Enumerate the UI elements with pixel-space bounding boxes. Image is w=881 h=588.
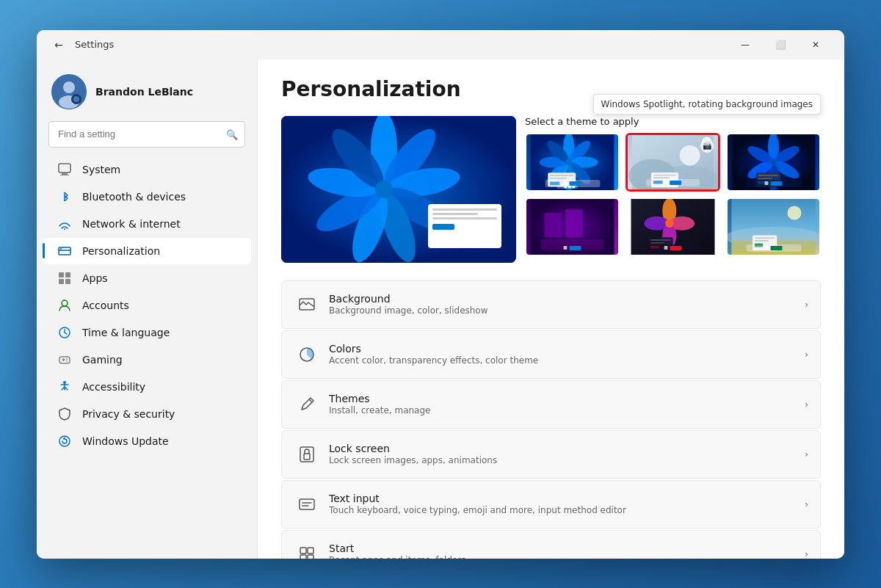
chevron-right-icon: › [805,300,808,310]
accounts-icon [57,298,72,313]
svg-rect-92 [755,237,775,239]
search-input[interactable] [48,121,245,148]
sidebar-item-personalization[interactable]: Personalization [43,238,251,264]
sidebar-item-label: Personalization [82,245,160,257]
svg-point-19 [66,360,68,362]
settings-item-desc-textinput: Touch keyboard, voice typing, emoji and … [329,505,805,515]
svg-rect-85 [650,242,664,243]
themes-grid: 📷 📷 [525,133,821,256]
theme-thumb-purple[interactable] [525,197,620,256]
bluetooth-icon [57,189,72,204]
close-button[interactable]: ✕ [799,33,833,57]
svg-rect-13 [59,279,64,284]
svg-point-18 [66,358,68,360]
system-icon [57,162,72,177]
restore-button[interactable]: ⬜ [764,33,797,57]
sidebar-item-label: Gaming [82,354,123,366]
svg-rect-11 [59,272,64,277]
svg-rect-84 [650,239,671,241]
spotlight-tooltip: Windows Spotlight, rotating background i… [593,94,821,115]
wallpaper-preview [281,116,516,263]
settings-item-background[interactable]: Background Background image, color, slid… [281,280,821,329]
search-icon: 🔍 [226,128,238,139]
theme-thumb-blue[interactable] [525,133,620,192]
settings-item-colors[interactable]: Colors Accent color, transparency effect… [281,330,821,379]
user-section: Brandon LeBlanc [37,65,257,121]
sidebar-item-label: System [82,164,120,175]
svg-rect-100 [300,548,306,553]
svg-rect-98 [304,454,310,460]
svg-point-90 [788,206,802,219]
privacy-icon [57,407,72,421]
svg-rect-75 [565,209,583,237]
theme-preview-large [281,116,516,263]
settings-item-lockscreen[interactable]: Lock screen Lock screen images, apps, an… [281,430,821,479]
sidebar-item-system[interactable]: System [43,156,251,183]
settings-item-title-background: Background [329,293,805,305]
chevron-right-icon: › [805,499,808,509]
settings-item-desc-start: Recent apps and items, folders [329,555,805,559]
main-content: Personalization [257,59,844,559]
settings-list: Background Background image, color, slid… [281,280,821,559]
sidebar-item-privacy[interactable]: Privacy & security [43,401,251,427]
theme-thumb-dark[interactable] [726,133,821,192]
background-settings-icon [294,291,320,318]
svg-rect-70 [758,175,779,176]
settings-item-title-themes: Themes [329,393,805,404]
gaming-icon [57,352,72,367]
select-theme-label: Select a theme to apply [525,116,821,127]
svg-rect-5 [59,164,70,173]
settings-item-start[interactable]: Start Recent apps and items, folders › [281,530,821,559]
sidebar-item-gaming[interactable]: Gaming [43,346,251,373]
chevron-right-icon: › [805,449,808,460]
svg-point-1 [63,81,75,93]
lockscreen-settings-icon [294,441,320,468]
start-settings-icon [294,541,320,559]
sidebar-item-accounts[interactable]: Accounts [43,292,251,319]
sidebar-item-label: Accounts [82,300,129,311]
svg-point-54 [680,145,700,165]
svg-rect-103 [308,555,313,559]
svg-rect-12 [65,272,70,277]
settings-window: ← Settings — ⬜ ✕ [37,30,844,559]
avatar [51,74,87,109]
settings-item-desc-colors: Accent color, transparency effects, colo… [329,355,805,366]
sidebar-item-bluetooth[interactable]: Bluetooth & devices [43,184,251,210]
minimize-button[interactable]: — [728,33,762,57]
theme-thumb-spotlight[interactable]: 📷 📷 [626,133,720,192]
preview-dialog [428,204,501,248]
settings-item-title-textinput: Text input [329,493,805,504]
settings-item-themes[interactable]: Themes Install, create, manage › [281,380,821,429]
svg-point-42 [565,159,573,166]
nav-list: System Bluetooth & devices Network & int… [37,156,257,454]
sidebar: Brandon LeBlanc 🔍 System Bluetooth & dev… [37,59,257,559]
svg-rect-56 [653,174,676,175]
svg-rect-6 [62,173,68,175]
chevron-right-icon: › [805,349,808,360]
time-icon [57,325,72,340]
back-button[interactable]: ← [48,35,69,55]
sidebar-item-network[interactable]: Network & internet [43,211,251,237]
settings-item-desc-lockscreen: Lock screen images, apps, animations [329,455,805,465]
settings-item-title-lockscreen: Lock screen [329,443,805,454]
sidebar-item-update[interactable]: Windows Update [43,428,251,454]
sidebar-item-accessibility[interactable]: Accessibility [43,374,251,400]
sidebar-item-apps[interactable]: Apps [43,265,251,291]
svg-rect-99 [300,499,314,509]
sidebar-item-label: Accessibility [82,381,145,393]
settings-item-textinput[interactable]: Text input Touch keyboard, voice typing,… [281,480,821,529]
svg-point-82 [665,219,673,227]
theme-thumb-beach[interactable] [726,197,821,256]
sidebar-item-label: Bluetooth & devices [82,191,186,203]
svg-rect-44 [550,175,573,176]
themes-section: Windows Spotlight, rotating background i… [281,116,821,263]
svg-rect-74 [545,213,562,237]
sidebar-item-time[interactable]: Time & language [43,319,251,346]
sidebar-item-label: Apps [82,272,108,284]
update-icon [57,434,72,449]
chevron-right-icon: › [805,399,808,410]
theme-thumb-colorful[interactable] [626,197,720,256]
themes-row: Windows Spotlight, rotating background i… [281,116,821,263]
settings-item-desc-themes: Install, create, manage [329,405,805,415]
colors-settings-icon [294,341,320,368]
